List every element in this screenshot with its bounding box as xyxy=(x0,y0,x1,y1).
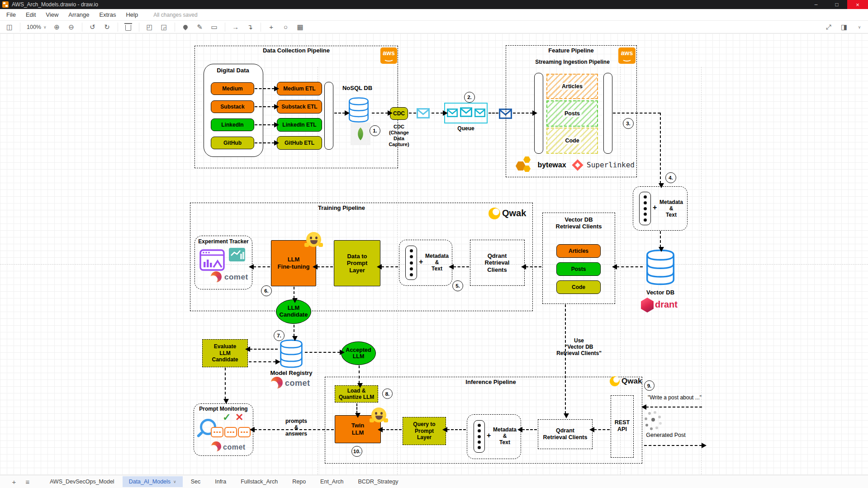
tab-ent-arch[interactable]: Ent_Arch xyxy=(314,476,350,487)
undo-icon[interactable]: ↺ xyxy=(89,23,97,31)
zoom-in-icon[interactable]: ⊕ xyxy=(53,23,61,31)
vdbrc-posts[interactable]: Posts xyxy=(556,262,601,276)
freehand-shape-icon[interactable]: ○ xyxy=(282,23,290,31)
maximize-button[interactable]: □ xyxy=(826,0,847,9)
edge-nosql-cdc[interactable] xyxy=(372,113,388,114)
edge-feature-metadata[interactable] xyxy=(660,113,661,184)
delete-icon[interactable] xyxy=(124,23,133,31)
menu-arrange[interactable]: Arrange xyxy=(68,11,89,18)
edge-substack-etl[interactable] xyxy=(255,106,275,107)
edge-qrc-metadata[interactable] xyxy=(453,266,469,267)
source-medium[interactable]: Medium xyxy=(211,82,254,95)
substack-etl[interactable]: Substack ETL xyxy=(277,100,322,114)
evaluate-llm-candidate[interactable]: Evaluate LLM Candidate xyxy=(202,339,248,367)
query-to-prompt-layer[interactable]: Query to Prompt Layer xyxy=(403,417,446,445)
tab-infra[interactable]: Infra xyxy=(209,476,232,487)
menu-edit[interactable]: Edit xyxy=(26,11,36,18)
edge-message-feature[interactable] xyxy=(513,113,533,114)
load-quantize-llm[interactable]: Load & Quantize LLM xyxy=(335,385,378,403)
posts-sketch-box[interactable]: Posts xyxy=(546,100,598,127)
connection-arrow-icon[interactable]: → xyxy=(232,23,240,31)
edge-metadata-query[interactable] xyxy=(447,429,466,430)
zoom-out-icon[interactable]: ⊖ xyxy=(67,23,76,31)
articles-sketch-box[interactable]: Articles xyxy=(546,74,598,99)
edge-llmft-tracker[interactable] xyxy=(253,266,270,267)
more-chevron-icon[interactable]: ∨ xyxy=(855,25,863,29)
edge-message-queue[interactable] xyxy=(432,113,443,114)
medium-etl[interactable]: Medium ETL xyxy=(277,82,322,95)
edge-vectordb-clients[interactable] xyxy=(617,266,643,267)
edge-accepted-load[interactable] xyxy=(359,365,360,384)
llm-candidate[interactable]: LLM Candidate xyxy=(276,299,311,324)
fullscreen-icon[interactable]: ⤢ xyxy=(825,23,833,31)
edge-queue-message[interactable] xyxy=(489,113,498,114)
code-sketch-box[interactable]: Code xyxy=(546,128,598,154)
edit-style-icon[interactable]: ✎ xyxy=(196,23,204,31)
shape-icon[interactable]: ▭ xyxy=(210,23,218,31)
add-sheet-button[interactable]: + xyxy=(8,478,20,486)
edge-generated-post[interactable] xyxy=(644,445,702,446)
edge-registry-evaluate[interactable] xyxy=(250,349,278,350)
minimize-button[interactable]: – xyxy=(806,0,826,9)
sheet-list-button[interactable]: ≡ xyxy=(22,478,33,486)
menu-help[interactable]: Help xyxy=(126,11,138,18)
data-to-prompt-layer[interactable]: Data to Prompt Layer xyxy=(334,240,380,286)
edge-candidate-registry[interactable] xyxy=(294,325,294,336)
edge-metadata-dataprompt[interactable] xyxy=(381,266,398,267)
tab-repo[interactable]: Repo xyxy=(286,476,312,487)
vdbrc-articles[interactable]: Articles xyxy=(556,244,601,258)
tab-bcdr-strategy[interactable]: BCDR_Strategy xyxy=(352,476,405,487)
vdbrc-code[interactable]: Code xyxy=(556,280,601,294)
edge-dataprompt-llmft[interactable] xyxy=(317,266,333,267)
edge-feature-out[interactable] xyxy=(613,113,660,114)
tab-sec[interactable]: Sec xyxy=(185,476,207,487)
edge-twin-monitoring[interactable] xyxy=(254,429,334,430)
insert-icon[interactable]: + xyxy=(267,23,275,31)
waypoint-connector-icon[interactable]: ↴ xyxy=(246,23,254,31)
ingestion-output-bar[interactable] xyxy=(603,73,612,154)
edge-user-prompt[interactable] xyxy=(646,407,702,407)
menu-file[interactable]: File xyxy=(6,11,16,18)
edge-metadata-vectordb[interactable] xyxy=(660,231,661,247)
tab-data-ai-models[interactable]: Data_AI_Models ∨ xyxy=(123,476,183,487)
tab-aws-devsecops-model[interactable]: AWS_DevSecOps_Model xyxy=(43,476,121,487)
accepted-llm[interactable]: Accepted LLM xyxy=(341,341,376,365)
edge-use-clients[interactable] xyxy=(565,304,566,414)
redo-icon[interactable]: ↻ xyxy=(103,23,111,31)
edge-load-twin[interactable] xyxy=(356,403,357,413)
close-button[interactable]: × xyxy=(847,0,868,9)
edge-llmft-candidate[interactable] xyxy=(294,287,294,298)
edge-evaluate-monitoring[interactable] xyxy=(225,368,226,399)
model-registry-cylinder[interactable] xyxy=(279,338,304,370)
edge-linkedin-etl[interactable] xyxy=(255,124,275,125)
source-linkedin[interactable]: LinkedIn xyxy=(211,118,254,131)
table-icon[interactable]: ▦ xyxy=(296,23,304,31)
edge-evaluate-registry[interactable] xyxy=(249,361,276,362)
edge-qrc-metadata[interactable] xyxy=(522,429,537,430)
edge-cdc-message[interactable] xyxy=(409,113,416,114)
tab-fullstack-arch[interactable]: Fullstack_Arch xyxy=(234,476,284,487)
format-panel-icon[interactable]: ◨ xyxy=(840,23,848,31)
nosql-db-cylinder[interactable] xyxy=(346,97,371,123)
linkedin-etl[interactable]: LinkedIn ETL xyxy=(277,118,322,132)
edge-github-etl[interactable] xyxy=(255,142,275,143)
vector-db-cylinder[interactable] xyxy=(644,249,677,286)
fill-color-icon[interactable] xyxy=(181,25,190,29)
to-front-icon[interactable]: ◰ xyxy=(146,23,154,31)
llm-fine-tuning[interactable]: LLM Fine-tuning xyxy=(271,240,316,286)
edge-query-twin[interactable] xyxy=(382,429,402,430)
zoom-dropdown[interactable]: 100% ∨ xyxy=(27,24,47,30)
etl-collector-bar[interactable] xyxy=(324,82,333,150)
diagram-panel-icon[interactable]: ◫ xyxy=(5,23,14,31)
edge-into-qrc[interactable] xyxy=(526,266,541,267)
to-back-icon[interactable]: ◲ xyxy=(160,23,168,31)
cdc-node[interactable]: CDC xyxy=(390,107,408,120)
github-etl[interactable]: GitHub ETL xyxy=(277,136,322,150)
edge-bar-nosql[interactable] xyxy=(334,113,345,114)
menu-extras[interactable]: Extras xyxy=(100,11,116,18)
source-substack[interactable]: Substack xyxy=(211,100,254,113)
edge-registry-accepted[interactable] xyxy=(305,352,340,353)
message-envelope-icon[interactable] xyxy=(417,108,430,118)
menu-view[interactable]: View xyxy=(46,11,58,18)
source-github[interactable]: GitHub xyxy=(211,137,254,149)
